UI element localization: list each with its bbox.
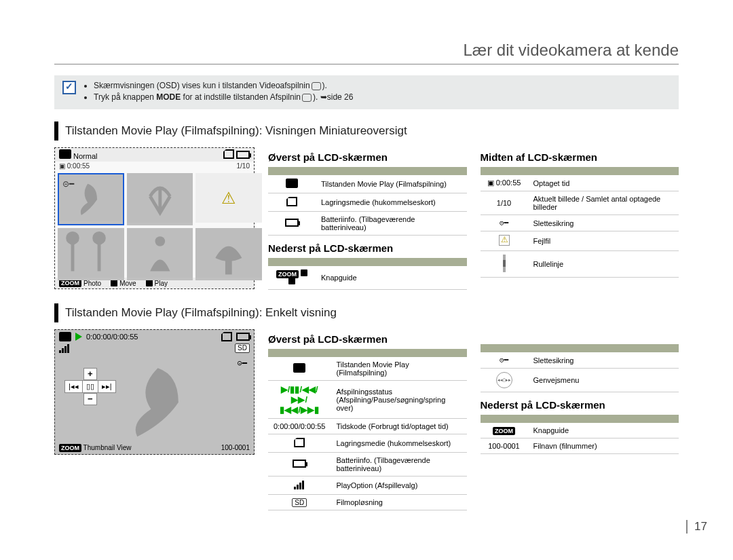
card-icon (223, 149, 234, 159)
lock-icon: ⊝━ (500, 356, 508, 365)
move-icon (111, 280, 117, 286)
osd-table-bottom-2: ZOOMKnapguide 100-0001Filnavn (filnummer… (481, 415, 679, 454)
play-status-icon (75, 333, 82, 341)
play-icon (146, 280, 153, 286)
page-title: Lær dit videokamera at kende (54, 41, 679, 64)
lcd-thumbnail-view: Normal ▣ 0:00:55 1/10 ⊝━ ⚠ (54, 147, 255, 289)
movie-mode-icon (293, 363, 305, 373)
card-icon (294, 438, 305, 447)
lock-icon: ⊝━ (500, 219, 508, 227)
thumbnail[interactable] (58, 228, 124, 280)
section-heading-thumbnail: Tilstanden Movie Play (Filmafspilning): … (54, 122, 679, 141)
info-callout: Skærmvisningen (OSD) vises kun i tilstan… (54, 75, 679, 109)
osd-table-bottom: ZOOM Knapguide (268, 258, 467, 290)
movie-mode-icon (59, 149, 71, 159)
note-icon (62, 81, 76, 94)
svg-rect-6 (98, 242, 101, 272)
warning-icon (499, 235, 510, 246)
svg-text:⊝━: ⊝━ (62, 180, 75, 188)
svg-rect-4 (71, 242, 75, 272)
zoom-icon: ZOOM (493, 427, 515, 435)
scrollbar-icon (503, 255, 506, 272)
thumbnail-selected[interactable]: ⊝━ (58, 173, 124, 225)
zoom-label-icon: ZOOM (59, 444, 81, 452)
card-icon (286, 197, 297, 206)
movie-mode-icon (286, 179, 298, 188)
resolution-badge: SD (235, 343, 250, 353)
mode-icon (302, 94, 312, 102)
osd-table-top: Tilstanden Movie Play (Filmafspilning) L… (268, 167, 467, 236)
battery-icon (285, 219, 299, 227)
lcd-single-view: 0:00:00/0:00:55 SD ⊝━ + (54, 329, 255, 455)
thumbnail[interactable] (195, 228, 262, 280)
shortcut-menu-icon: ◂◂▯▸▸ (496, 372, 512, 388)
ref-arrow-icon (320, 92, 327, 102)
osd-table-top-2-right: ⊝━Slettesikring ◂◂▯▸▸Genvejsmenu (481, 344, 679, 392)
zoom-icon: ZOOM (276, 270, 299, 278)
svg-point-7 (92, 231, 106, 245)
playoption-icon (294, 480, 305, 489)
sub-heading-top-2: Øverst på LCD-skærmen (268, 333, 467, 345)
info-bullet-1: Skærmvisningen (OSD) vises kun i tilstan… (94, 81, 353, 90)
osd-table-mid: ▣ 0:00:55Optaget tid 1/10Aktuelt billede… (481, 167, 679, 278)
sub-heading-bottom-2: Nederst på LCD-skærmen (481, 399, 679, 411)
thumbnail[interactable] (127, 228, 193, 280)
sub-heading-bottom: Nederst på LCD-skærmen (268, 242, 467, 254)
battery-icon (236, 333, 250, 341)
sub-heading-mid: Midten af LCD-skærmen (481, 151, 679, 163)
svg-point-5 (66, 231, 79, 245)
page-number: 17 (686, 520, 707, 534)
playoption-icon (59, 343, 70, 353)
thumbnail-warn[interactable]: ⚠ (195, 173, 262, 223)
play-status-icons: ▶/▮▮/◀◀/▶▶/▮◀◀/▶▶▮ (280, 384, 319, 415)
sub-heading-top: Øverst på LCD-skærmen (268, 151, 467, 163)
battery-icon (293, 460, 306, 468)
osd-table-top-2: Tilstanden Movie Play (Filmafspilning) ▶… (268, 349, 467, 510)
playback-controls[interactable]: + |◂◂▯▯▸▸| − (64, 368, 116, 405)
thumbnail[interactable] (127, 173, 193, 225)
battery-icon (236, 151, 250, 159)
movie-mode-icon (59, 332, 71, 341)
lock-icon: ⊝━ (238, 358, 247, 368)
resolution-icon: SD (292, 498, 307, 507)
info-bullet-2: Tryk på knappen MODE for at indstille ti… (94, 92, 353, 102)
play-mode-icon (312, 82, 321, 90)
section-heading-single: Tilstanden Movie Play (Filmafspilning): … (54, 303, 679, 322)
svg-point-9 (155, 236, 165, 246)
card-icon (221, 332, 232, 341)
